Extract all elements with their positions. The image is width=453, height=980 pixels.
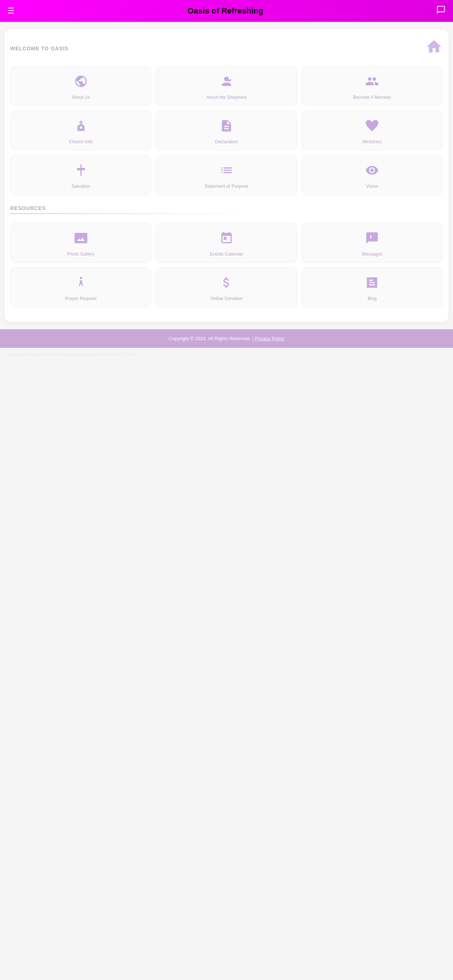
grid-item-online-donation[interactable]: Online Donation [156,267,297,307]
chat-icon[interactable] [436,5,446,17]
blog-label: Blog [368,296,377,301]
cross-icon [74,163,88,180]
welcome-header: WELCOME TO OASIS [10,38,443,59]
resources-title: RESOURCES [10,205,443,211]
app-header: ☰ Oasis of Refreshing [0,0,453,22]
grid-item-declaration[interactable]: Declaration [156,110,297,151]
grid-item-church-info[interactable]: Church Info [10,110,152,151]
grid-item-blog[interactable]: Blog [301,267,443,307]
calendar-icon [220,231,233,247]
grid-item-salvation[interactable]: Salvation [10,155,152,195]
footer: Copyright © 2023. All Rights Reserved. |… [0,329,453,360]
photo-icon [74,231,88,247]
grid-item-ministries[interactable]: Ministries [301,110,443,151]
grid-item-prayer-request[interactable]: Prayer Request [10,267,152,307]
welcome-title: WELCOME TO OASIS [10,46,69,51]
list-icon [220,163,233,180]
svg-rect-1 [372,240,373,240]
church-info-label: Church Info [69,139,93,145]
photo-gallery-label: Photo Gallery [67,251,94,257]
person-check-icon [220,75,233,91]
footer-copyright: Copyright © 2023. All Rights Reserved. |… [7,336,446,341]
prayer-icon [74,275,88,292]
resources-divider [10,213,248,214]
eye-icon [365,163,379,180]
resources-section: RESOURCES Photo Gallery [10,205,443,307]
ministries-label: Ministries [362,139,382,145]
footer-bottom-section: Designed by Kingdom Church Websites, Man… [0,348,453,360]
globe-icon [74,75,88,91]
heart-hand-icon [365,119,379,135]
app-title: Oasis of Refreshing [14,6,436,16]
main-card: WELCOME TO OASIS About Us [4,29,449,322]
hamburger-icon[interactable]: ☰ [7,7,14,15]
grid-item-events-calendar[interactable]: Events Calendar [156,223,297,263]
welcome-grid: About Us About the Shepherd [10,66,443,195]
grid-item-statement-purpose[interactable]: Statement of Purpose [156,155,297,195]
prayer-request-label: Prayer Request [65,296,97,301]
grid-item-photo-gallery[interactable]: Photo Gallery [10,223,152,263]
svg-rect-0 [372,235,373,239]
online-donation-label: Online Donation [210,296,242,301]
blog-icon [365,275,379,292]
resources-grid: Photo Gallery Events Calendar [10,223,443,307]
message-cross-icon [365,231,379,247]
become-member-label: Become A Member [353,95,391,100]
donate-icon [220,275,233,292]
statement-purpose-label: Statement of Purpose [205,184,248,189]
main-content: WELCOME TO OASIS About Us [0,29,453,322]
privacy-policy-link[interactable]: Privacy Policy [255,336,284,341]
grid-item-about-us[interactable]: About Us [10,66,152,106]
salvation-label: Salvation [72,184,90,189]
about-shepherd-label: About the Shepherd [206,95,247,100]
messages-label: Messages [362,251,382,257]
people-icon [365,75,379,91]
grid-item-become-member[interactable]: Become A Member [301,66,443,106]
footer-top-section: Copyright © 2023. All Rights Reserved. |… [0,329,453,348]
grid-item-about-shepherd[interactable]: About the Shepherd [156,66,297,106]
vision-label: Vision [366,184,378,189]
footer-designed-by: Designed by Kingdom Church Websites, Man… [7,352,446,356]
document-icon [220,119,233,135]
grid-item-messages[interactable]: Messages [301,223,443,263]
church-icon [74,119,88,135]
about-us-label: About Us [72,95,90,100]
home-icon [425,38,443,59]
declaration-label: Declaration [215,139,238,145]
events-calendar-label: Events Calendar [210,251,243,257]
grid-item-vision[interactable]: Vision [301,155,443,195]
